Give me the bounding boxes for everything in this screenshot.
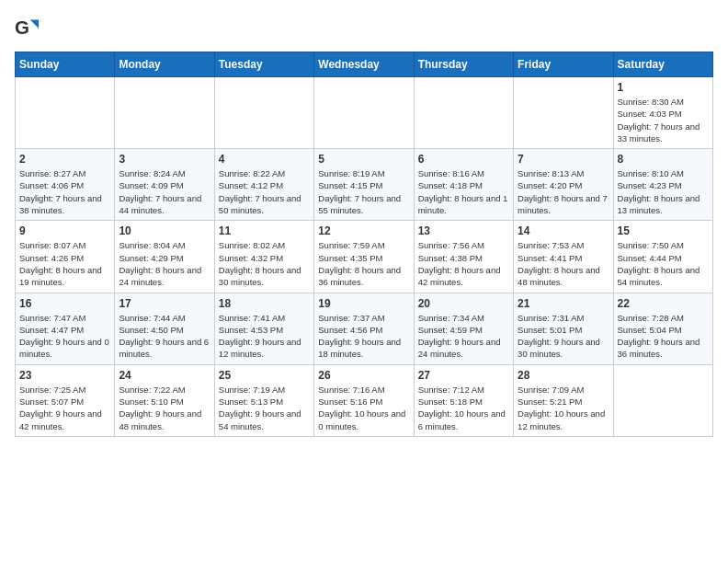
day-number: 5: [318, 153, 409, 166]
day-info: Sunrise: 7:28 AM Sunset: 5:04 PM Dayligh…: [618, 312, 709, 361]
weekday-header-thursday: Thursday: [414, 52, 513, 77]
calendar-cell: [314, 77, 414, 149]
calendar-cell: [613, 364, 712, 436]
week-row-2: 2Sunrise: 8:27 AM Sunset: 4:06 PM Daylig…: [16, 149, 713, 221]
calendar-cell: 28Sunrise: 7:09 AM Sunset: 5:21 PM Dayli…: [514, 364, 613, 436]
calendar-cell: 15Sunrise: 7:50 AM Sunset: 4:44 PM Dayli…: [613, 221, 712, 293]
calendar-cell: 7Sunrise: 8:13 AM Sunset: 4:20 PM Daylig…: [514, 149, 613, 221]
day-number: 10: [119, 224, 210, 237]
calendar-cell: 19Sunrise: 7:37 AM Sunset: 4:56 PM Dayli…: [314, 293, 414, 364]
logo-icon: G: [15, 15, 40, 40]
calendar-cell: [214, 77, 313, 149]
day-number: 28: [518, 369, 609, 382]
day-number: 16: [19, 297, 110, 310]
calendar-cell: 13Sunrise: 7:56 AM Sunset: 4:38 PM Dayli…: [414, 221, 513, 293]
day-number: 20: [418, 297, 509, 310]
day-info: Sunrise: 7:22 AM Sunset: 5:10 PM Dayligh…: [119, 384, 210, 432]
day-number: 1: [618, 81, 709, 94]
calendar-cell: 21Sunrise: 7:31 AM Sunset: 5:01 PM Dayli…: [514, 293, 613, 364]
day-info: Sunrise: 8:19 AM Sunset: 4:15 PM Dayligh…: [318, 167, 409, 216]
day-info: Sunrise: 8:04 AM Sunset: 4:29 PM Dayligh…: [119, 239, 210, 288]
day-number: 26: [318, 369, 409, 382]
day-info: Sunrise: 7:41 AM Sunset: 4:53 PM Dayligh…: [219, 312, 310, 361]
day-info: Sunrise: 7:47 AM Sunset: 4:47 PM Dayligh…: [19, 312, 110, 361]
day-info: Sunrise: 8:10 AM Sunset: 4:23 PM Dayligh…: [618, 167, 709, 216]
svg-text:G: G: [15, 17, 29, 38]
calendar-cell: 14Sunrise: 7:53 AM Sunset: 4:41 PM Dayli…: [514, 221, 613, 293]
calendar-cell: 24Sunrise: 7:22 AM Sunset: 5:10 PM Dayli…: [115, 364, 214, 436]
page-header: G: [15, 15, 713, 40]
day-info: Sunrise: 8:24 AM Sunset: 4:09 PM Dayligh…: [119, 167, 210, 216]
week-row-4: 16Sunrise: 7:47 AM Sunset: 4:47 PM Dayli…: [16, 293, 713, 364]
calendar-cell: 17Sunrise: 7:44 AM Sunset: 4:50 PM Dayli…: [115, 293, 214, 364]
calendar-cell: 4Sunrise: 8:22 AM Sunset: 4:12 PM Daylig…: [214, 149, 313, 221]
calendar-cell: 27Sunrise: 7:12 AM Sunset: 5:18 PM Dayli…: [414, 364, 513, 436]
weekday-header-sunday: Sunday: [16, 52, 115, 77]
day-number: 15: [618, 224, 709, 237]
day-info: Sunrise: 8:07 AM Sunset: 4:26 PM Dayligh…: [19, 239, 110, 288]
day-number: 6: [418, 153, 509, 166]
day-info: Sunrise: 7:56 AM Sunset: 4:38 PM Dayligh…: [418, 239, 509, 288]
calendar-cell: 8Sunrise: 8:10 AM Sunset: 4:23 PM Daylig…: [613, 149, 712, 221]
calendar-cell: 26Sunrise: 7:16 AM Sunset: 5:16 PM Dayli…: [314, 364, 414, 436]
day-info: Sunrise: 7:53 AM Sunset: 4:41 PM Dayligh…: [518, 239, 609, 288]
calendar-cell: 20Sunrise: 7:34 AM Sunset: 4:59 PM Dayli…: [414, 293, 513, 364]
calendar-cell: 11Sunrise: 8:02 AM Sunset: 4:32 PM Dayli…: [214, 221, 313, 293]
calendar-cell: [115, 77, 214, 149]
calendar-cell: [16, 77, 115, 149]
calendar-cell: 10Sunrise: 8:04 AM Sunset: 4:29 PM Dayli…: [115, 221, 214, 293]
svg-marker-1: [30, 20, 39, 29]
day-number: 25: [219, 369, 310, 382]
day-number: 17: [119, 297, 210, 310]
weekday-header-friday: Friday: [514, 52, 613, 77]
day-info: Sunrise: 7:12 AM Sunset: 5:18 PM Dayligh…: [418, 384, 509, 432]
week-row-3: 9Sunrise: 8:07 AM Sunset: 4:26 PM Daylig…: [16, 221, 713, 293]
day-info: Sunrise: 8:13 AM Sunset: 4:20 PM Dayligh…: [518, 167, 609, 216]
calendar-cell: 12Sunrise: 7:59 AM Sunset: 4:35 PM Dayli…: [314, 221, 414, 293]
day-number: 22: [618, 297, 709, 310]
day-number: 7: [518, 153, 609, 166]
calendar-cell: [414, 77, 513, 149]
calendar-cell: 9Sunrise: 8:07 AM Sunset: 4:26 PM Daylig…: [16, 221, 115, 293]
day-number: 12: [318, 224, 409, 237]
day-number: 23: [19, 369, 110, 382]
calendar-cell: 18Sunrise: 7:41 AM Sunset: 4:53 PM Dayli…: [214, 293, 313, 364]
day-number: 24: [119, 369, 210, 382]
day-info: Sunrise: 7:44 AM Sunset: 4:50 PM Dayligh…: [119, 312, 210, 361]
calendar-cell: 1Sunrise: 8:30 AM Sunset: 4:03 PM Daylig…: [613, 77, 712, 149]
day-info: Sunrise: 8:27 AM Sunset: 4:06 PM Dayligh…: [19, 167, 110, 216]
weekday-header-tuesday: Tuesday: [214, 52, 313, 77]
calendar-header: SundayMondayTuesdayWednesdayThursdayFrid…: [16, 52, 713, 77]
day-number: 11: [219, 224, 310, 237]
day-number: 27: [418, 369, 509, 382]
calendar-cell: 22Sunrise: 7:28 AM Sunset: 5:04 PM Dayli…: [613, 293, 712, 364]
day-info: Sunrise: 8:30 AM Sunset: 4:03 PM Dayligh…: [618, 96, 709, 144]
day-info: Sunrise: 7:59 AM Sunset: 4:35 PM Dayligh…: [318, 239, 409, 288]
weekday-header-row: SundayMondayTuesdayWednesdayThursdayFrid…: [16, 52, 713, 77]
weekday-header-saturday: Saturday: [613, 52, 712, 77]
day-number: 8: [618, 153, 709, 166]
day-info: Sunrise: 8:02 AM Sunset: 4:32 PM Dayligh…: [219, 239, 310, 288]
weekday-header-wednesday: Wednesday: [314, 52, 414, 77]
calendar-cell: 6Sunrise: 8:16 AM Sunset: 4:18 PM Daylig…: [414, 149, 513, 221]
day-number: 13: [418, 224, 509, 237]
calendar-body: 1Sunrise: 8:30 AM Sunset: 4:03 PM Daylig…: [16, 77, 713, 437]
day-number: 2: [19, 153, 110, 166]
calendar-cell: 16Sunrise: 7:47 AM Sunset: 4:47 PM Dayli…: [16, 293, 115, 364]
week-row-1: 1Sunrise: 8:30 AM Sunset: 4:03 PM Daylig…: [16, 77, 713, 149]
day-number: 3: [119, 153, 210, 166]
day-info: Sunrise: 7:19 AM Sunset: 5:13 PM Dayligh…: [219, 384, 310, 432]
day-info: Sunrise: 7:16 AM Sunset: 5:16 PM Dayligh…: [318, 384, 409, 432]
day-number: 18: [219, 297, 310, 310]
day-info: Sunrise: 7:25 AM Sunset: 5:07 PM Dayligh…: [19, 384, 110, 432]
calendar-cell: 23Sunrise: 7:25 AM Sunset: 5:07 PM Dayli…: [16, 364, 115, 436]
day-number: 21: [518, 297, 609, 310]
logo: G: [15, 15, 44, 40]
weekday-header-monday: Monday: [115, 52, 214, 77]
week-row-5: 23Sunrise: 7:25 AM Sunset: 5:07 PM Dayli…: [16, 364, 713, 436]
day-info: Sunrise: 8:22 AM Sunset: 4:12 PM Dayligh…: [219, 167, 310, 216]
day-info: Sunrise: 7:34 AM Sunset: 4:59 PM Dayligh…: [418, 312, 509, 361]
day-info: Sunrise: 7:31 AM Sunset: 5:01 PM Dayligh…: [518, 312, 609, 361]
day-info: Sunrise: 7:37 AM Sunset: 4:56 PM Dayligh…: [318, 312, 409, 361]
calendar-cell: 25Sunrise: 7:19 AM Sunset: 5:13 PM Dayli…: [214, 364, 313, 436]
